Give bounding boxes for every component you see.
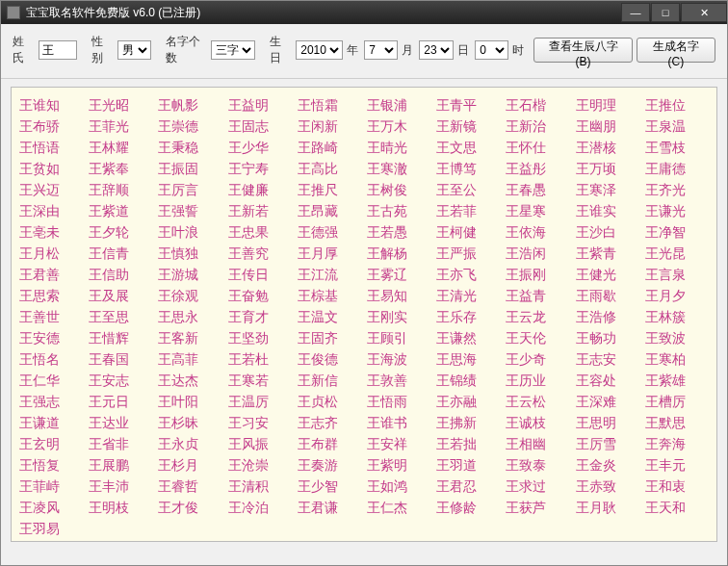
name-item[interactable]: 王思索 xyxy=(19,288,83,305)
name-item[interactable]: 王达杰 xyxy=(158,373,221,390)
name-item[interactable]: 王秉稳 xyxy=(158,140,221,157)
name-item[interactable]: 王修龄 xyxy=(436,500,500,517)
name-item[interactable]: 王志齐 xyxy=(298,415,361,432)
name-item[interactable]: 王亦飞 xyxy=(436,267,500,284)
name-item[interactable]: 王畅功 xyxy=(576,330,639,347)
name-item[interactable]: 王拂新 xyxy=(436,415,500,432)
name-item[interactable]: 王容处 xyxy=(576,373,639,390)
name-item[interactable]: 王叶浪 xyxy=(158,224,221,242)
name-item[interactable]: 王思海 xyxy=(436,351,500,369)
name-item[interactable]: 王至公 xyxy=(436,182,500,199)
bazi-button[interactable]: 查看生辰八字(B) xyxy=(533,38,633,63)
name-item[interactable]: 王深由 xyxy=(19,203,83,220)
name-item[interactable]: 王路崎 xyxy=(298,140,361,157)
name-item[interactable]: 王少智 xyxy=(298,478,361,496)
count-select[interactable]: 三字 xyxy=(211,40,255,60)
name-item[interactable]: 王安祥 xyxy=(367,436,430,453)
name-item[interactable]: 王雨歇 xyxy=(576,288,639,305)
name-item[interactable]: 王辞顺 xyxy=(89,182,152,199)
name-item[interactable]: 王寒泽 xyxy=(576,182,639,199)
name-item[interactable]: 王浩修 xyxy=(576,309,639,326)
name-item[interactable]: 王省非 xyxy=(89,436,152,453)
name-item[interactable]: 王善究 xyxy=(228,245,292,263)
name-item[interactable]: 王金炎 xyxy=(576,457,639,475)
name-item[interactable]: 王布群 xyxy=(298,436,361,453)
name-item[interactable]: 王树俊 xyxy=(367,182,430,199)
name-item[interactable]: 王新信 xyxy=(298,373,361,390)
name-item[interactable]: 王厉雪 xyxy=(576,436,639,453)
name-item[interactable]: 王泉温 xyxy=(645,118,709,136)
name-item[interactable]: 王昂藏 xyxy=(298,203,361,220)
name-item[interactable]: 王林耀 xyxy=(89,140,152,157)
name-item[interactable]: 王育才 xyxy=(228,309,292,326)
generate-button[interactable]: 生成名字(C) xyxy=(637,38,715,63)
name-item[interactable]: 王夕轮 xyxy=(89,224,152,242)
name-item[interactable]: 王古苑 xyxy=(367,203,430,220)
name-item[interactable]: 王谦然 xyxy=(436,330,500,347)
name-item[interactable]: 王客新 xyxy=(158,330,221,347)
name-item[interactable]: 王奋勉 xyxy=(228,288,292,305)
name-item[interactable]: 王布骄 xyxy=(19,118,83,136)
name-item[interactable]: 王固齐 xyxy=(298,330,361,347)
minimize-button[interactable]: — xyxy=(621,3,650,22)
name-item[interactable]: 王思明 xyxy=(576,415,639,432)
name-item[interactable]: 王达业 xyxy=(89,415,152,432)
name-item[interactable]: 王谁实 xyxy=(576,203,639,220)
year-select[interactable]: 2010 xyxy=(296,40,343,60)
name-item[interactable]: 王和衷 xyxy=(645,478,709,496)
name-item[interactable]: 王紫明 xyxy=(367,457,430,475)
name-item[interactable]: 王仁华 xyxy=(19,373,83,390)
name-item[interactable]: 王闲新 xyxy=(298,118,361,136)
name-item[interactable]: 王文思 xyxy=(436,140,500,157)
name-item[interactable]: 王天伦 xyxy=(506,330,569,347)
name-item[interactable]: 王光昆 xyxy=(645,245,709,263)
name-item[interactable]: 王紫道 xyxy=(89,203,152,220)
name-item[interactable]: 王菲峙 xyxy=(19,478,83,496)
name-item[interactable]: 王浩闲 xyxy=(506,245,569,263)
name-item[interactable]: 王少奇 xyxy=(506,351,569,369)
name-item[interactable]: 王晴光 xyxy=(367,140,430,157)
name-item[interactable]: 王乐存 xyxy=(436,309,500,326)
name-item[interactable]: 王言泉 xyxy=(645,267,709,284)
name-item[interactable]: 王锦绩 xyxy=(436,373,500,390)
name-item[interactable]: 王怀仕 xyxy=(506,140,569,157)
name-item[interactable]: 王徐观 xyxy=(158,288,221,305)
name-item[interactable]: 王易知 xyxy=(367,288,430,305)
name-item[interactable]: 王云龙 xyxy=(506,309,569,326)
name-item[interactable]: 王羽道 xyxy=(436,457,500,475)
name-item[interactable]: 王慎独 xyxy=(158,245,221,263)
day-select[interactable]: 23 xyxy=(419,40,454,60)
name-item[interactable]: 王游城 xyxy=(158,267,221,284)
name-item[interactable]: 王俊德 xyxy=(298,351,361,369)
name-item[interactable]: 王海波 xyxy=(367,351,430,369)
name-item[interactable]: 王银浦 xyxy=(367,97,430,115)
name-item[interactable]: 王月夕 xyxy=(645,288,709,305)
name-item[interactable]: 王兴迈 xyxy=(19,182,83,199)
name-item[interactable]: 王习安 xyxy=(228,415,292,432)
name-item[interactable]: 王悟霜 xyxy=(298,97,361,115)
name-item[interactable]: 王谁书 xyxy=(367,415,430,432)
name-item[interactable]: 王寒柏 xyxy=(645,351,709,369)
name-item[interactable]: 王求过 xyxy=(506,478,569,496)
name-item[interactable]: 王贫如 xyxy=(19,161,83,178)
name-item[interactable]: 王君善 xyxy=(19,267,83,284)
name-item[interactable]: 王江流 xyxy=(298,267,361,284)
name-item[interactable]: 王推尺 xyxy=(298,182,361,199)
name-item[interactable]: 王致波 xyxy=(645,330,709,347)
name-item[interactable]: 王光昭 xyxy=(89,97,152,115)
name-item[interactable]: 王强誓 xyxy=(158,203,221,220)
name-item[interactable]: 王才俊 xyxy=(158,500,221,517)
name-item[interactable]: 王君忍 xyxy=(436,478,500,496)
name-item[interactable]: 王紫奉 xyxy=(89,161,152,178)
name-item[interactable]: 王奔海 xyxy=(645,436,709,453)
name-item[interactable]: 王清光 xyxy=(436,288,500,305)
name-item[interactable]: 王刚实 xyxy=(367,309,430,326)
close-button[interactable]: ✕ xyxy=(681,3,727,22)
name-item[interactable]: 王厉言 xyxy=(158,182,221,199)
name-item[interactable]: 王展鹏 xyxy=(89,457,152,475)
name-item[interactable]: 王严振 xyxy=(436,245,500,263)
name-item[interactable]: 王及展 xyxy=(89,288,152,305)
name-item[interactable]: 王凌风 xyxy=(19,500,83,517)
name-item[interactable]: 王星寒 xyxy=(506,203,569,220)
name-item[interactable]: 王忠果 xyxy=(228,224,292,242)
